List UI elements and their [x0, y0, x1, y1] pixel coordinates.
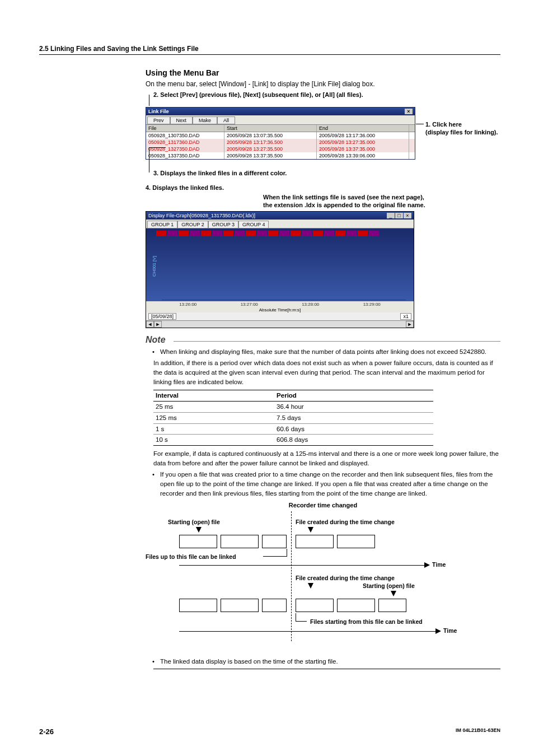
link-file-dialog: Link File × Prev Next Make All File Star… [146, 107, 415, 160]
callout-5: When the link settings file is saved (se… [263, 193, 425, 209]
callout-4: 4. Displays the linked files. [146, 184, 500, 191]
date-box: [05/09/28] [148, 313, 176, 320]
list-row: 050928_1317360.DAD 2005/09/28 13:17:36.5… [146, 139, 415, 146]
table-row: 1 s60.6 days [153, 423, 433, 435]
scroll-left-icon[interactable]: ◄ [146, 321, 154, 328]
list-row: 050928_1327350.DAD 2005/09/28 13:27:35.5… [146, 146, 415, 152]
th-period: Period [274, 390, 433, 402]
tab-group-2[interactable]: GROUP 2 [177, 221, 208, 228]
doc-id: IM 04L21B01-63EN [456, 727, 500, 736]
maximize-icon[interactable]: □ [395, 213, 403, 218]
table-row: 25 ms36.4 hour [153, 402, 433, 413]
next-button[interactable]: Next [170, 116, 193, 124]
tab-group-4[interactable]: GROUP 4 [238, 221, 269, 228]
subsection-heading: Using the Menu Bar [146, 68, 500, 77]
label-starting-file-2: Starting (open) file [363, 582, 415, 590]
graph-title: Display File-Graph[050928_1317350.DAD(.l… [148, 213, 255, 218]
note-heading: Note [146, 335, 169, 345]
col-file: File [146, 125, 224, 132]
scroll-right-end-icon[interactable]: ► [406, 321, 414, 328]
label-time-1: Time [432, 561, 446, 569]
note-bullet-1: When linking and displaying files, make … [154, 347, 500, 357]
intro-text: On the menu bar, select [Window] - [Link… [146, 80, 500, 89]
label-created-during-2: File created during the time change [296, 574, 395, 582]
close-icon[interactable]: × [405, 109, 413, 114]
scroll-right-icon[interactable]: ► [154, 321, 162, 328]
prev-button[interactable]: Prev [147, 116, 170, 124]
callout-1: 1. Click here (display files for linking… [425, 120, 498, 137]
label-time-2: Time [443, 627, 457, 635]
col-end: End [317, 125, 409, 132]
note-p2: For example, if data is captured continu… [153, 449, 500, 468]
page-footer: 2-26 IM 04L21B01-63EN [39, 727, 500, 736]
note-bullet-2: If you open a file that was created prio… [154, 470, 500, 498]
graph-figure: 4. Displays the linked files. When the l… [146, 184, 500, 328]
chart-area: CH001 [V] [146, 228, 414, 301]
section-heading: 2.5 Linking Files and Saving the Link Se… [39, 45, 500, 55]
table-row: 125 ms7.5 days [153, 412, 433, 423]
close-icon[interactable]: × [404, 213, 411, 218]
interval-table: Interval Period 25 ms36.4 hour 125 ms7.5… [153, 390, 433, 445]
note-section: Note When linking and displaying files, … [146, 335, 500, 669]
table-row: 10 s606.8 days [153, 435, 433, 446]
label-starting-file: Starting (open) file [168, 518, 220, 526]
tab-group-3[interactable]: GROUP 3 [208, 221, 238, 228]
page-number: 2-26 [39, 727, 54, 736]
callout-2: 2. Select [Prev] (previous file), [Next]… [153, 91, 363, 98]
dialog-button-row: Prev Next Make All [146, 115, 415, 124]
list-row: 050928_1307350.DAD 2005/09/28 13:07:35.5… [146, 132, 415, 139]
label-up-to: Files up to this file can be linked [146, 553, 236, 561]
list-header: File Start End [146, 124, 415, 132]
list-row: 050928_1337350.DAD 2005/09/28 13:37:35.5… [146, 152, 415, 159]
link-file-figure: 2. Select [Prev] (previous file), [Next]… [146, 91, 500, 181]
file-list: 050928_1307350.DAD 2005/09/28 13:07:35.5… [146, 132, 415, 159]
zoom-box: x1 [400, 313, 411, 320]
diagram-title: Recorder time changed [146, 501, 500, 510]
col-start: Start [224, 125, 317, 132]
note-p1: In addition, if there is a period over w… [153, 358, 500, 386]
axis-label: Absolute Time[h:m:s] [146, 307, 414, 312]
group-tabs: GROUP 1 GROUP 2 GROUP 3 GROUP 4 [146, 220, 414, 228]
callout-3: 3. Displays the linked files in a differ… [153, 170, 287, 176]
minimize-icon[interactable]: _ [387, 213, 395, 218]
make-button[interactable]: Make [193, 116, 217, 124]
label-from-this: Files starting from this file can be lin… [310, 618, 423, 626]
graph-window: Display File-Graph[050928_1317350.DAD(.l… [146, 211, 414, 328]
note-bullet-3: The linked data display is based on the … [154, 657, 500, 666]
th-interval: Interval [153, 390, 274, 402]
label-created-during: File created during the time change [296, 518, 395, 526]
time-change-diagram: Starting (open) file File created during… [146, 511, 500, 657]
all-button[interactable]: All [217, 116, 235, 124]
x-axis: 13:26:00 13:27:00 13:28:00 13:29:00 [146, 301, 414, 307]
